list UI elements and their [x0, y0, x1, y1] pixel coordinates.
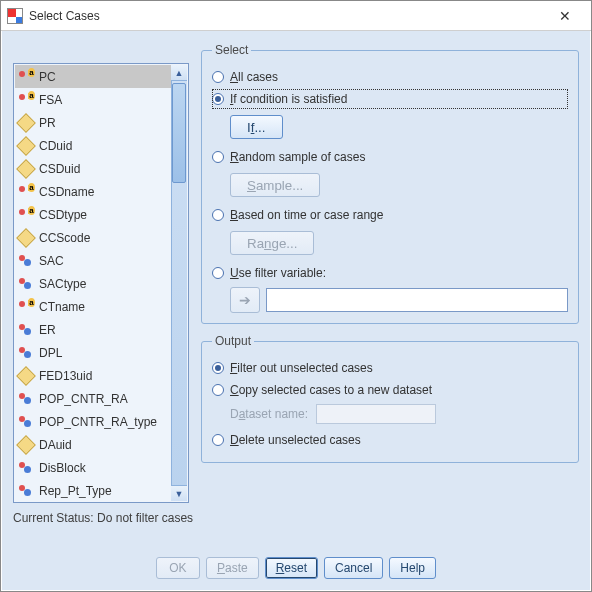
radio-label: If condition is satisfied: [230, 92, 347, 106]
radio-if-condition[interactable]: If condition is satisfied: [212, 89, 568, 109]
variable-label: DAuid: [39, 438, 72, 452]
output-group: Output Filter out unselected cases Copy …: [201, 334, 579, 463]
dataset-name-row: Dataset name:: [230, 404, 568, 424]
variable-label: POP_CNTR_RA: [39, 392, 128, 406]
radio-use-filter-variable[interactable]: Use filter variable:: [212, 263, 568, 283]
nominal-string-icon: [19, 92, 35, 108]
select-group: Select All cases If condition is satisfi…: [201, 43, 579, 324]
variable-item[interactable]: SAC: [15, 249, 171, 272]
radio-filter-out[interactable]: Filter out unselected cases: [212, 358, 568, 378]
variable-item[interactable]: Rep_Pt_Type: [15, 479, 171, 501]
scroll-down-icon[interactable]: ▼: [171, 485, 187, 501]
dialog-button-row: OK Paste Reset Cancel Help: [1, 547, 591, 591]
nominal-icon: [19, 460, 35, 476]
variable-item[interactable]: SACtype: [15, 272, 171, 295]
radio-label: All cases: [230, 70, 278, 84]
radio-icon: [212, 384, 224, 396]
radio-icon: [212, 151, 224, 163]
paste-button: Paste: [206, 557, 259, 579]
variable-item[interactable]: PC: [15, 65, 171, 88]
radio-random-sample[interactable]: Random sample of cases: [212, 147, 568, 167]
radio-label: Random sample of cases: [230, 150, 365, 164]
radio-all-cases[interactable]: All cases: [212, 67, 568, 87]
variable-label: DPL: [39, 346, 62, 360]
radio-label: Based on time or case range: [230, 208, 383, 222]
variable-item[interactable]: ER: [15, 318, 171, 341]
nominal-string-icon: [19, 299, 35, 315]
radio-label: Delete unselected cases: [230, 433, 361, 447]
nominal-string-icon: [19, 184, 35, 200]
variable-label: FED13uid: [39, 369, 92, 383]
help-button[interactable]: Help: [389, 557, 436, 579]
status-text: Current Status: Do not filter cases: [13, 511, 579, 525]
radio-label: Use filter variable:: [230, 266, 326, 280]
move-variable-button: ➔: [230, 287, 260, 313]
nominal-string-icon: [19, 69, 35, 85]
variable-label: FSA: [39, 93, 62, 107]
radio-icon: [212, 434, 224, 446]
radio-icon: [212, 209, 224, 221]
variable-label: CTname: [39, 300, 85, 314]
radio-delete-unselected[interactable]: Delete unselected cases: [212, 430, 568, 450]
variable-label: Rep_Pt_Type: [39, 484, 112, 498]
variable-item[interactable]: CSDname: [15, 180, 171, 203]
scroll-thumb[interactable]: [172, 83, 186, 183]
titlebar: Select Cases ✕: [1, 1, 591, 31]
close-button[interactable]: ✕: [545, 2, 585, 30]
cancel-button[interactable]: Cancel: [324, 557, 383, 579]
variable-item[interactable]: DPL: [15, 341, 171, 364]
variable-label: DisBlock: [39, 461, 86, 475]
reset-button[interactable]: Reset: [265, 557, 318, 579]
variable-item[interactable]: FSA: [15, 88, 171, 111]
variable-list[interactable]: PCFSAPRCDuidCSDuidCSDnameCSDtypeCCScodeS…: [13, 63, 189, 503]
dialog-body: PCFSAPRCDuidCSDuidCSDnameCSDtypeCCScodeS…: [1, 31, 591, 547]
variable-item[interactable]: DAuid: [15, 433, 171, 456]
nominal-string-icon: [19, 207, 35, 223]
variable-label: POP_CNTR_RA_type: [39, 415, 157, 429]
nominal-icon: [19, 345, 35, 361]
variable-item[interactable]: FED13uid: [15, 364, 171, 387]
ruler-icon: [19, 230, 35, 246]
select-legend: Select: [212, 43, 251, 57]
arrow-right-icon: ➔: [239, 292, 251, 308]
if-button[interactable]: If...: [230, 115, 283, 139]
variable-label: CSDname: [39, 185, 94, 199]
ok-button: OK: [156, 557, 200, 579]
variable-item[interactable]: CSDuid: [15, 157, 171, 180]
app-icon: [7, 8, 23, 24]
filter-variable-field[interactable]: [266, 288, 568, 312]
variable-label: SACtype: [39, 277, 86, 291]
radio-copy-to-dataset[interactable]: Copy selected cases to a new dataset: [212, 380, 568, 400]
variable-item[interactable]: PR: [15, 111, 171, 134]
variable-item[interactable]: CDuid: [15, 134, 171, 157]
variable-item[interactable]: CSDtype: [15, 203, 171, 226]
output-legend: Output: [212, 334, 254, 348]
select-cases-dialog: Select Cases ✕ PCFSAPRCDuidCSDuidCSDname…: [0, 0, 592, 592]
variable-item[interactable]: POP_CNTR_RA_type: [15, 410, 171, 433]
nominal-icon: [19, 276, 35, 292]
variable-item[interactable]: POP_CNTR_RA: [15, 387, 171, 410]
nominal-icon: [19, 253, 35, 269]
variable-label: PR: [39, 116, 56, 130]
nominal-icon: [19, 391, 35, 407]
window-title: Select Cases: [29, 9, 545, 23]
range-button: Range...: [230, 231, 314, 255]
variable-scrollbar[interactable]: ▲ ▼: [171, 65, 187, 501]
ruler-icon: [19, 437, 35, 453]
variable-label: CSDuid: [39, 162, 80, 176]
radio-icon: [212, 93, 224, 105]
radio-based-on-range[interactable]: Based on time or case range: [212, 205, 568, 225]
radio-icon: [212, 267, 224, 279]
variable-label: SAC: [39, 254, 64, 268]
variable-item[interactable]: CCScode: [15, 226, 171, 249]
variable-item[interactable]: DisBlock: [15, 456, 171, 479]
nominal-icon: [19, 322, 35, 338]
variable-label: CCScode: [39, 231, 90, 245]
variable-label: CDuid: [39, 139, 72, 153]
scroll-up-icon[interactable]: ▲: [171, 65, 187, 81]
variable-label: PC: [39, 70, 56, 84]
variable-item[interactable]: CTname: [15, 295, 171, 318]
radio-label: Filter out unselected cases: [230, 361, 373, 375]
nominal-icon: [19, 414, 35, 430]
radio-label: Copy selected cases to a new dataset: [230, 383, 432, 397]
